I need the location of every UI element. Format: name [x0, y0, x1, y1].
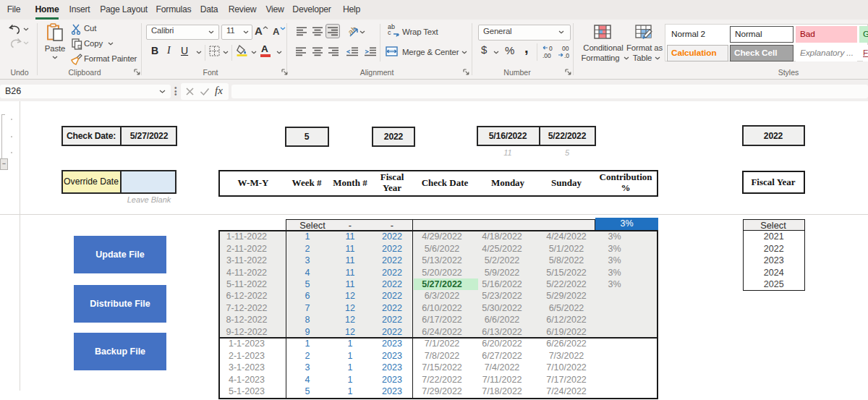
svg-text:0: 0 [549, 45, 553, 52]
svg-text:00: 00 [562, 45, 569, 52]
svg-text:.0: .0 [564, 52, 569, 59]
svg-text:.00: .00 [542, 52, 551, 59]
